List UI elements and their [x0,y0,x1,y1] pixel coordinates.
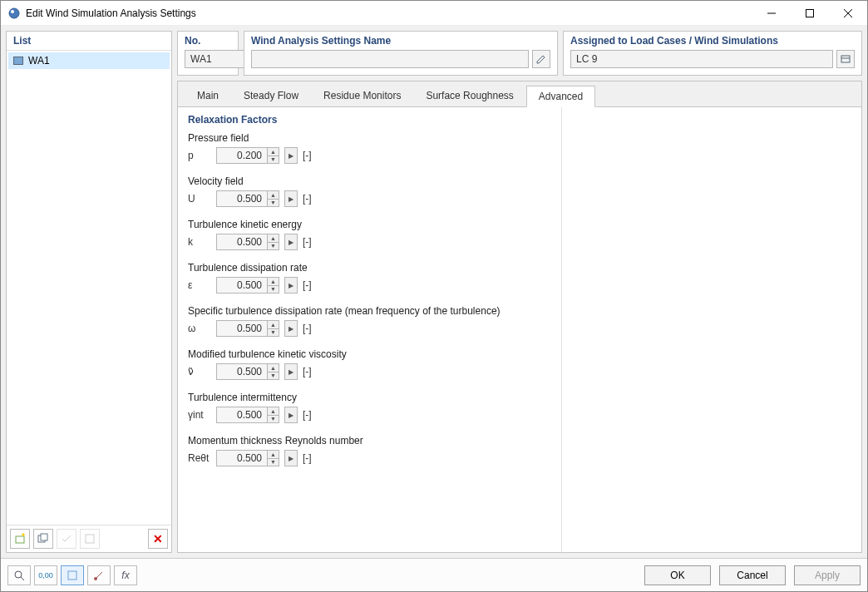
tab-surface-roughness[interactable]: Surface Roughness [413,85,525,106]
no-label: No. [185,35,231,47]
svg-line-13 [21,577,24,580]
titlebar: Edit Wind Simulation Analysis Settings [1,1,867,26]
param-unit: [-] [303,150,312,161]
param-symbol: ε [188,279,211,291]
svg-rect-10 [841,56,850,62]
minimize-button[interactable] [752,1,791,26]
spinner-up-icon[interactable]: ▲ [268,407,279,416]
main-panel: Main Steady Flow Residue Monitors Surfac… [177,81,862,553]
spinner-down-icon[interactable]: ▼ [268,372,279,380]
param-step-button[interactable]: ▶ [284,190,298,207]
list-item[interactable]: WA1 [8,52,170,69]
spinner-up-icon[interactable]: ▲ [268,234,279,243]
spinner-up-icon[interactable]: ▲ [268,321,279,329]
tabs: Main Steady Flow Residue Monitors Surfac… [178,81,861,106]
param-step-button[interactable]: ▶ [284,363,298,380]
spinner-down-icon[interactable]: ▼ [268,416,279,423]
assigned-picker-button[interactable] [836,50,855,68]
name-box: Wind Analysis Settings Name [244,31,558,76]
tab-residue-monitors[interactable]: Residue Monitors [311,85,413,106]
spinner-up-icon[interactable]: ▲ [268,451,279,459]
param-spinner[interactable]: ▲▼ [216,407,279,423]
svg-point-12 [15,571,22,578]
no-box: No. [177,31,239,76]
svg-rect-14 [68,571,76,580]
toolbar-button-3 [57,529,76,549]
new-item-button[interactable] [10,529,30,549]
param-symbol: ν̃ [188,366,211,377]
spinner-down-icon[interactable]: ▼ [268,329,279,337]
param-block: Turbulence intermittencyγint▲▼▶[-] [188,392,551,423]
toolbar-button-4 [80,529,100,549]
param-input[interactable] [216,190,268,207]
param-input[interactable] [216,234,268,250]
param-input[interactable] [216,147,268,164]
close-button[interactable] [829,1,867,26]
tab-steady-flow[interactable]: Steady Flow [231,85,311,106]
spinner-down-icon[interactable]: ▼ [268,156,279,164]
ok-button[interactable]: OK [644,565,711,585]
tab-main[interactable]: Main [185,85,231,106]
spinner-down-icon[interactable]: ▼ [268,459,279,466]
param-step-button[interactable]: ▶ [284,234,298,250]
footer-tool-button-1[interactable] [87,565,111,585]
param-step-button[interactable]: ▶ [284,277,298,294]
edit-name-button[interactable] [532,50,550,68]
param-step-button[interactable]: ▶ [284,147,298,164]
param-unit: [-] [303,452,312,464]
svg-point-1 [11,10,14,13]
param-block: Velocity fieldU▲▼▶[-] [188,175,551,207]
spinner-up-icon[interactable]: ▲ [268,364,279,372]
name-label: Wind Analysis Settings Name [251,35,550,47]
param-step-button[interactable]: ▶ [284,450,298,466]
param-input[interactable] [216,277,268,294]
param-label: Turbulence intermittency [188,392,551,403]
spinner-down-icon[interactable]: ▼ [268,286,279,294]
spinner-up-icon[interactable]: ▲ [268,148,279,156]
param-spinner[interactable]: ▲▼ [216,320,279,337]
param-step-button[interactable]: ▶ [284,407,298,423]
param-block: Momentum thickness Reynolds numberReθt▲▼… [188,435,551,466]
assigned-label: Assigned to Load Cases / Wind Simulation… [570,35,855,47]
param-step-button[interactable]: ▶ [284,320,298,337]
spinner-down-icon[interactable]: ▼ [268,243,279,250]
footer-units-button[interactable]: 0,00 [34,565,57,585]
param-input[interactable] [216,320,268,337]
spinner-up-icon[interactable]: ▲ [268,191,279,200]
param-block: Turbulence kinetic energyk▲▼▶[-] [188,219,551,250]
footer-search-button[interactable] [7,565,31,585]
param-spinner[interactable]: ▲▼ [216,363,279,380]
param-input[interactable] [216,407,268,423]
param-unit: [-] [303,409,312,421]
item-icon [13,57,23,65]
maximize-button[interactable] [791,1,829,26]
spinner-up-icon[interactable]: ▲ [268,278,279,286]
param-unit: [-] [303,279,312,291]
param-symbol: k [188,236,211,248]
assigned-input[interactable] [570,50,833,68]
footer-fx-button[interactable]: fx [114,565,137,585]
param-label: Turbulence dissipation rate [188,262,551,274]
param-input[interactable] [216,363,268,380]
param-block: Turbulence dissipation rateε▲▼▶[-] [188,262,551,294]
copy-item-button[interactable] [33,529,53,549]
name-input[interactable] [251,50,529,68]
footer-view-button[interactable] [61,565,84,585]
cancel-button[interactable]: Cancel [719,565,786,585]
param-spinner[interactable]: ▲▼ [216,277,279,294]
param-label: Velocity field [188,175,551,187]
param-spinner[interactable]: ▲▼ [216,190,279,207]
param-label: Momentum thickness Reynolds number [188,435,551,446]
section-title: Relaxation Factors [188,114,551,126]
param-symbol: p [188,150,211,161]
param-spinner[interactable]: ▲▼ [216,450,279,466]
param-unit: [-] [303,193,312,205]
param-spinner[interactable]: ▲▼ [216,234,279,250]
delete-item-button[interactable]: ✕ [148,529,168,549]
tab-advanced[interactable]: Advanced [526,86,595,107]
svg-rect-6 [16,536,24,543]
preview-area [562,107,861,554]
spinner-down-icon[interactable]: ▼ [268,200,279,207]
param-input[interactable] [216,450,268,466]
param-spinner[interactable]: ▲▼ [216,147,279,164]
